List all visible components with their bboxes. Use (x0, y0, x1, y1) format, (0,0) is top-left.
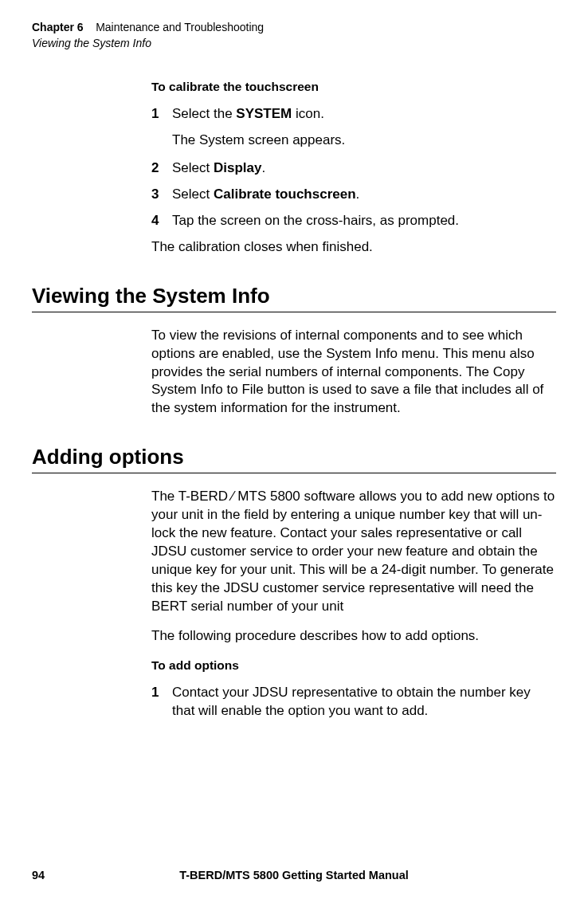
step-text: . (356, 187, 360, 202)
running-footer: 94 T-BERD/MTS 5800 Getting Started Manua… (32, 869, 556, 881)
step-number: 2 (151, 159, 172, 178)
step-text: Select (172, 160, 214, 175)
section-body: To view the revisions of internal compon… (151, 327, 556, 418)
header-section: Viewing the System Info (32, 37, 556, 51)
page: Chapter 6 Maintenance and Troubleshootin… (0, 0, 588, 907)
step-number: 1 (151, 105, 172, 124)
step-text: icon. (292, 106, 324, 121)
step-number: 4 (151, 212, 172, 230)
step-bold: Calibrate touchscreen (214, 187, 356, 202)
chapter-title: Maintenance and Troubleshooting (96, 21, 264, 33)
step-body: Select Display. (172, 159, 556, 178)
step-text: Select (172, 187, 214, 202)
step-2: 2 Select Display. (151, 159, 556, 178)
step-bold: SYSTEM (236, 106, 292, 121)
step-bold: Display (214, 160, 261, 175)
step-1: 1 Select the SYSTEM icon. (151, 105, 556, 124)
step-body: Contact your JDSU representative to obta… (172, 684, 556, 720)
step-1-result: The System screen appears. (172, 132, 556, 150)
manual-title: T-BERD/MTS 5800 Getting Started Manual (32, 869, 556, 881)
content: To calibrate the touchscreen 1 Select th… (32, 80, 556, 728)
procedure-result: The calibration closes when finished. (151, 238, 556, 257)
section-heading: Viewing the System Info (32, 284, 556, 312)
step-3: 3 Select Calibrate touchscreen. (151, 186, 556, 204)
section-body: The following procedure describes how to… (151, 627, 556, 646)
procedure-title: To calibrate the touchscreen (151, 80, 556, 94)
procedure-title: To add options (151, 658, 556, 673)
page-number: 94 (32, 869, 45, 881)
step-body: Select the SYSTEM icon. (172, 105, 556, 124)
step-body: Tap the screen on the cross-hairs, as pr… (172, 212, 556, 230)
section-heading: Adding options (32, 445, 556, 473)
step-text: Select the (172, 106, 236, 121)
running-header: Chapter 6 Maintenance and Troubleshootin… (32, 21, 556, 50)
step-text: . (261, 160, 265, 175)
step-4: 4 Tap the screen on the cross-hairs, as … (151, 212, 556, 230)
section-viewing-system-info: Viewing the System Info To view the revi… (32, 284, 556, 418)
step-1: 1 Contact your JDSU representative to ob… (151, 684, 556, 720)
chapter-prefix: Chapter 6 (32, 21, 84, 33)
section-adding-options: Adding options The T-BERD ⁄ MTS 5800 sof… (32, 445, 556, 720)
calibrate-procedure: To calibrate the touchscreen 1 Select th… (151, 80, 556, 257)
section-body: The T-BERD ⁄ MTS 5800 software allows yo… (151, 488, 556, 616)
step-body: Select Calibrate touchscreen. (172, 186, 556, 204)
step-number: 1 (151, 684, 172, 720)
header-chapter: Chapter 6 Maintenance and Troubleshootin… (32, 21, 556, 35)
step-number: 3 (151, 186, 172, 204)
